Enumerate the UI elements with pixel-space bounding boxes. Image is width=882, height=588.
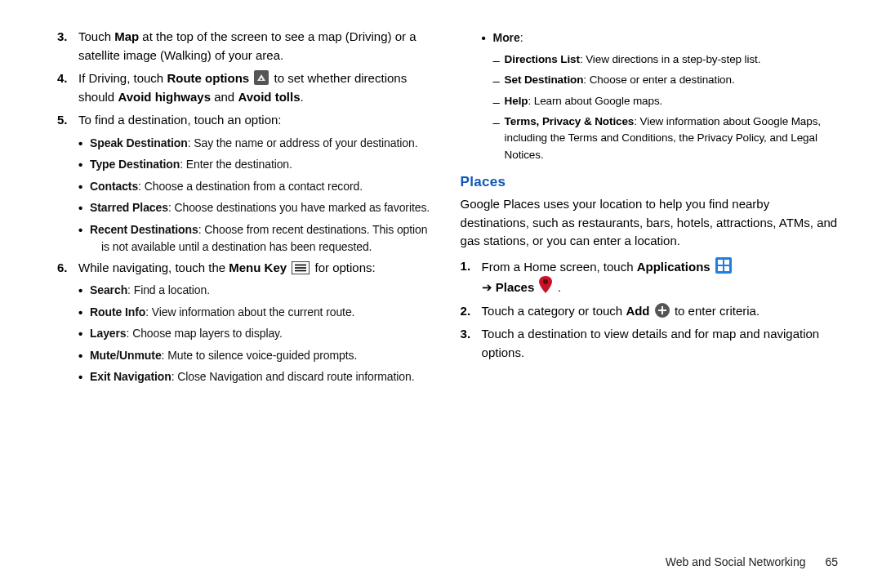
manual-page: 3. Touch Map at the top of the screen to… — [0, 0, 882, 588]
list-item: •Search: Find a location. — [78, 282, 431, 301]
step-5-bullets: •Speak Destination: Say the name or addr… — [78, 135, 431, 256]
step-text: While navigating, touch the Menu Key for… — [78, 259, 431, 278]
step-5: 5. To find a destination, touch an optio… — [57, 111, 431, 130]
step-3: 3. Touch Map at the top of the screen to… — [57, 28, 431, 65]
applications-icon — [715, 257, 732, 274]
svg-rect-10 — [724, 266, 729, 271]
step-4: 4. If Driving, touch Route options to se… — [57, 69, 431, 106]
list-item: •Mute/Unmute: Mute to silence voice-guid… — [78, 347, 431, 366]
step-number: 3. — [57, 28, 78, 65]
list-item: •Route Info: View information about the … — [78, 304, 431, 323]
left-column: 3. Touch Map at the top of the screen to… — [57, 28, 431, 568]
route-options-icon — [254, 70, 269, 85]
places-step-2: 2. Touch a category or touch Add to ente… — [461, 302, 838, 321]
add-circle-icon — [655, 303, 670, 318]
step-text: To find a destination, touch an option: — [78, 111, 431, 130]
step-number: 2. — [461, 302, 482, 321]
step-6-bullets: •Search: Find a location. •Route Info: V… — [78, 282, 431, 387]
step-text: Touch a category or touch Add to enter c… — [482, 302, 838, 321]
list-item: –Help: Learn about Google maps. — [493, 93, 838, 112]
step-number: 1. — [461, 257, 482, 297]
list-item: •Recent Destinations: Choose from recent… — [78, 221, 431, 256]
step-number: 6. — [57, 259, 78, 278]
places-pin-icon — [539, 276, 552, 294]
list-item: •Speak Destination: Say the name or addr… — [78, 135, 431, 154]
list-item: •Contacts: Choose a destination from a c… — [78, 178, 431, 197]
step-6: 6. While navigating, touch the Menu Key … — [57, 259, 431, 278]
step-number: 3. — [461, 325, 482, 362]
svg-point-1 — [261, 78, 263, 81]
places-step-1: 1. From a Home screen, touch Application… — [461, 257, 838, 297]
step-number: 4. — [57, 69, 78, 106]
places-intro: Google Places uses your location to help… — [461, 195, 838, 251]
more-sublist: –Directions List: View directions in a s… — [493, 51, 838, 163]
svg-rect-8 — [724, 260, 729, 265]
places-step-3: 3. Touch a destination to view details a… — [461, 325, 838, 362]
section-heading-places: Places — [461, 172, 838, 193]
list-item: –Terms, Privacy & Notices: View informat… — [493, 114, 838, 163]
step-text: Touch a destination to view details and … — [482, 325, 838, 362]
footer-section: Web and Social Networking — [666, 555, 806, 568]
list-item: • More: — [482, 29, 838, 48]
list-item: –Directions List: View directions in a s… — [493, 51, 838, 70]
step-text: Touch Map at the top of the screen to se… — [78, 28, 431, 65]
list-item: •Starred Places: Choose destinations you… — [78, 199, 431, 218]
list-item: •Exit Navigation: Close Navigation and d… — [78, 368, 431, 387]
step-text: From a Home screen, touch Applications ➔… — [482, 257, 838, 297]
list-item: –Set Destination: Choose or enter a dest… — [493, 72, 838, 91]
footer-page-number: 65 — [825, 555, 838, 568]
menu-key-icon — [292, 261, 310, 274]
svg-rect-7 — [718, 260, 723, 265]
step-text: If Driving, touch Route options to set w… — [78, 69, 431, 106]
svg-point-11 — [543, 279, 548, 284]
right-column: • More: –Directions List: View direction… — [461, 28, 838, 568]
step-number: 5. — [57, 111, 78, 130]
page-footer: Web and Social Networking 65 — [666, 555, 838, 568]
more-bullet: • More: –Directions List: View direction… — [482, 29, 838, 163]
svg-rect-9 — [718, 266, 723, 271]
list-item: •Layers: Choose map layers to display. — [78, 325, 431, 344]
list-item: •Type Destination: Enter the destination… — [78, 156, 431, 175]
